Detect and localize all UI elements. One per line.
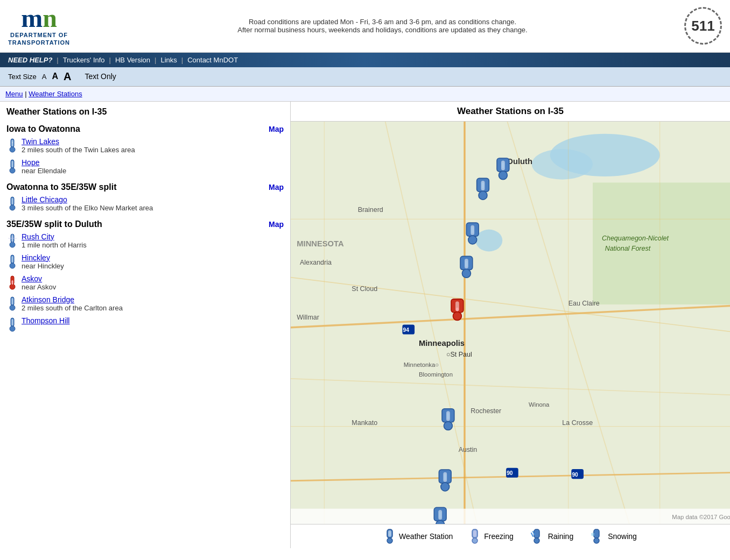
svg-text:Duluth: Duluth: [507, 157, 532, 166]
svg-rect-68: [291, 508, 730, 523]
menu-link[interactable]: Menu: [5, 90, 23, 98]
hope-link[interactable]: Hope: [22, 158, 39, 167]
thompson-hill-icon: [6, 317, 18, 332]
svg-point-92: [444, 421, 452, 430]
svg-rect-94: [447, 413, 450, 419]
legend-weather-station: Weather Station: [384, 529, 453, 544]
thompson-hill-info: Thompson Hill: [22, 316, 69, 325]
legend-freezing: Freezing: [469, 529, 513, 544]
nav-contact[interactable]: Contact MnDOT: [187, 56, 238, 64]
text-only-link[interactable]: Text Only: [85, 72, 116, 81]
nav-sep2: |: [109, 56, 111, 64]
legend-snowing-label: Snowing: [608, 532, 637, 541]
svg-rect-90: [456, 307, 459, 311]
svg-text:Minnetonka○: Minnetonka○: [404, 361, 439, 367]
station-rush-city: Rush City 1 mile north of Harris: [6, 232, 284, 249]
station-hinckley: Hinckley near Hinckley: [6, 253, 284, 270]
logo-511[interactable]: 511: [684, 7, 722, 45]
section-iowa-owatonna: Iowa to Owatonna Map: [6, 124, 284, 134]
text-size-med[interactable]: A: [52, 72, 58, 81]
atkinson-link[interactable]: Atkinson Bridge: [22, 295, 74, 304]
section2-map-link[interactable]: Map: [269, 183, 284, 192]
svg-point-104: [387, 538, 392, 543]
twin-lakes-link[interactable]: Twin Lakes: [22, 137, 59, 146]
thompson-hill-link[interactable]: Thompson Hill: [22, 316, 69, 325]
nav-bar: NEED HELP? | Truckers' Info | HB Version…: [0, 53, 730, 67]
nav-truckers[interactable]: Truckers' Info: [63, 56, 105, 64]
station-little-chicago: Little Chicago 3 miles south of the Elko…: [6, 195, 284, 212]
map-container[interactable]: Duluth Brainerd MINNESOTA Willmar Alexan…: [291, 122, 730, 524]
svg-rect-23: [12, 298, 13, 304]
svg-text:Winona: Winona: [529, 401, 550, 408]
rush-city-link[interactable]: Rush City: [22, 232, 54, 241]
rush-city-info: Rush City 1 mile north of Harris: [22, 232, 87, 249]
rush-city-desc: 1 mile north of Harris: [22, 241, 87, 249]
svg-rect-20: [12, 280, 13, 285]
svg-text:Brainerd: Brainerd: [358, 205, 383, 213]
weather-stations-link[interactable]: Weather Stations: [29, 90, 82, 98]
rush-city-icon: [6, 233, 18, 248]
nav-sep1: |: [57, 56, 58, 64]
svg-text:Alexandria: Alexandria: [300, 259, 332, 266]
svg-point-29: [532, 149, 593, 180]
station-askov: Askov near Askov: [6, 274, 284, 291]
hinckley-link[interactable]: Hinckley: [22, 253, 50, 262]
twin-lakes-icon: [6, 138, 18, 153]
svg-text:Google: Google: [291, 513, 291, 521]
svg-text:Rochester: Rochester: [471, 407, 501, 414]
text-size-small[interactable]: A: [42, 73, 47, 81]
svg-rect-3: [12, 142, 13, 143]
askov-desc: near Askov: [22, 283, 56, 291]
section1-map-link[interactable]: Map: [269, 125, 284, 133]
legend-bar: Weather Station Freezing Raining: [291, 524, 730, 548]
text-size-large[interactable]: A: [64, 70, 71, 83]
svg-point-72: [499, 171, 507, 179]
nav-links[interactable]: Links: [160, 56, 177, 64]
text-size-bar: Text Size A A A Text Only: [0, 67, 730, 87]
svg-rect-27: [291, 122, 730, 524]
svg-text:90: 90: [572, 471, 578, 477]
info-line1: Road conditions are updated Mon - Fri, 3…: [81, 18, 684, 26]
section-split-duluth: 35E/35W split to Duluth Map: [6, 219, 284, 229]
svg-rect-78: [482, 182, 485, 188]
svg-text:Mankato: Mankato: [352, 419, 377, 427]
legend-raining-icon: [530, 529, 545, 544]
askov-link[interactable]: Askov: [22, 274, 42, 283]
svg-point-22: [10, 305, 15, 310]
little-chicago-link[interactable]: Little Chicago: [22, 195, 67, 204]
section3-map-link[interactable]: Map: [269, 220, 284, 229]
page-header: mn DEPARTMENT OFTRANSPORTATION Road cond…: [0, 0, 730, 53]
svg-point-19: [10, 284, 15, 289]
nav-hb[interactable]: HB Version: [115, 56, 150, 64]
hope-icon: [6, 159, 18, 174]
svg-rect-110: [534, 529, 539, 538]
svg-rect-109: [473, 530, 476, 537]
legend-weather-station-label: Weather Station: [399, 532, 453, 541]
svg-text:MINNESOTA: MINNESOTA: [297, 239, 344, 248]
section1-heading: Iowa to Owatonna: [6, 124, 80, 134]
map-svg: Duluth Brainerd MINNESOTA Willmar Alexan…: [291, 122, 730, 524]
twin-lakes-desc: 2 miles south of the Twin Lakes area: [22, 146, 135, 154]
section3-heading: 35E/35W split to Duluth: [6, 219, 102, 229]
svg-rect-86: [465, 260, 468, 266]
mn-logo: mn: [21, 5, 57, 31]
svg-text:90: 90: [507, 470, 513, 476]
info-line2: After normal business hours, weekends an…: [81, 26, 684, 34]
svg-text:National Forest: National Forest: [605, 245, 651, 252]
station-atkinson: Atkinson Bridge 2 miles south of the Car…: [6, 295, 284, 312]
need-help-label: NEED HELP?: [8, 56, 52, 64]
right-panel: Weather Stations on I-35: [291, 102, 730, 548]
section2-heading: Owatonna to 35E/35W split: [6, 182, 116, 192]
svg-point-80: [468, 236, 477, 244]
svg-line-112: [531, 533, 533, 536]
svg-rect-31: [593, 182, 730, 304]
hope-desc: near Ellendale: [22, 167, 66, 175]
main-content: Weather Stations on I-35 Iowa to Owatonn…: [0, 102, 730, 548]
logo-area: mn DEPARTMENT OFTRANSPORTATION: [8, 5, 70, 47]
svg-point-5: [10, 168, 15, 173]
svg-point-108: [472, 538, 478, 543]
svg-point-96: [441, 483, 450, 491]
left-panel-title: Weather Stations on I-35: [6, 107, 284, 117]
legend-freezing-label: Freezing: [484, 532, 513, 541]
little-chicago-icon: [6, 196, 18, 211]
